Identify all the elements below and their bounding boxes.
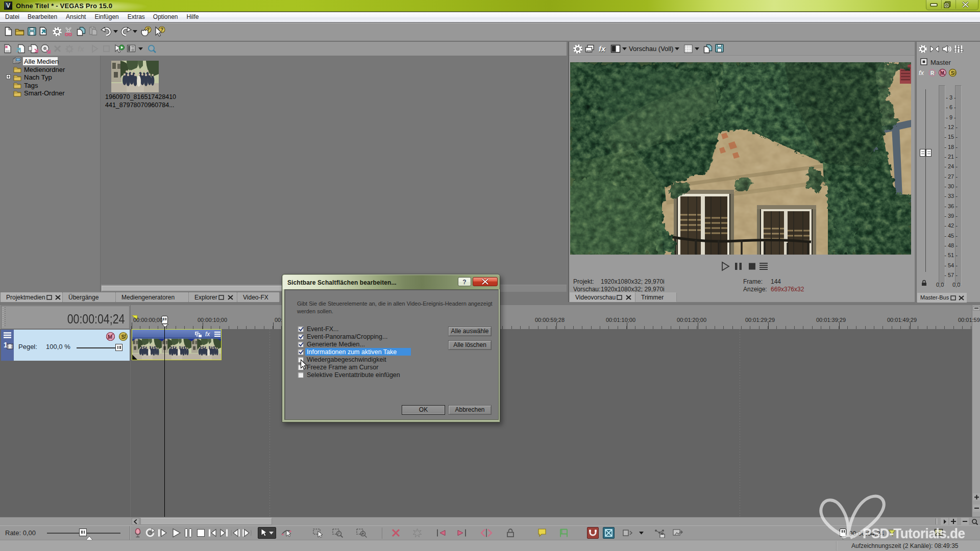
svg-text:fx: fx: [205, 331, 210, 338]
svg-text:fx: fx: [919, 69, 924, 77]
svg-text:!: !: [125, 334, 126, 339]
svg-text:R: R: [930, 70, 935, 76]
svg-text:?: ?: [462, 279, 466, 286]
svg-text:fx: fx: [599, 44, 606, 53]
svg-text:!: !: [954, 70, 956, 76]
svg-text:fx: fx: [78, 45, 85, 53]
